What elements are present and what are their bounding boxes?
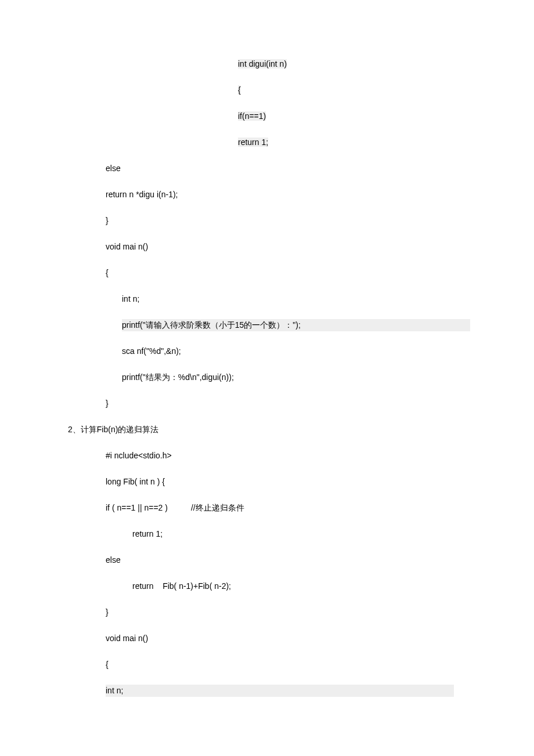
code-line: printf("请输入待求阶乘数（小于15的一个数）："); [0,319,534,331]
code-line: printf("结果为：%d\n",digui(n)); [0,371,534,384]
code-line: int digui(int n) [0,58,534,70]
code-line: } [0,397,534,410]
code-text: return Fib( n-1)+Fib( n-2); [132,581,231,591]
document-page: int digui(int n) { if(n==1) return 1; el… [0,0,534,756]
code-text: else [106,555,121,565]
code-line: return n *digu i(n-1); [0,189,534,201]
code-text: void mai n() [106,242,148,251]
code-comment: //终止递归条件 [191,503,244,512]
code-text: printf("请输入待求阶乘数（小于15的一个数）："); [122,319,470,331]
code-line: #i nclude<stdio.h> [0,450,534,462]
code-line: return 1; [0,136,534,149]
code-text: { [238,85,241,95]
code-line: } [0,215,534,227]
code-text: if ( n==1 || n==2 ) [106,503,168,512]
code-line: { [0,659,534,671]
code-line: if(n==1) [0,110,534,122]
code-line: void mai n() [0,241,534,253]
code-text: return 1; [238,138,268,147]
code-text: { [106,268,109,277]
code-line: int n; [0,293,534,305]
code-line: { [0,267,534,279]
code-text: int n; [122,294,139,303]
code-line: } [0,606,534,618]
code-text: return 1; [132,529,163,538]
code-line: long Fib( int n ) { [0,476,534,488]
code-line: else [0,554,534,566]
code-text: return n *digu i(n-1); [106,190,178,199]
code-text: sca nf("%d",&n); [122,346,181,356]
code-line: int n; [0,685,534,697]
section-heading: 2、计算Fib(n)的递归算法 [0,424,534,436]
code-line: return Fib( n-1)+Fib( n-2); [0,580,534,592]
code-line: return 1; [0,528,534,540]
code-text: int digui(int n) [238,59,287,68]
code-text: { [106,660,109,669]
code-text: void mai n() [106,634,148,643]
heading-text: 2、计算Fib(n)的递归算法 [68,425,158,434]
code-text: long Fib( int n ) { [106,477,165,486]
code-text: } [106,399,109,408]
code-text: if(n==1) [238,111,266,121]
code-text: else [106,164,121,173]
code-text: #i nclude<stdio.h> [106,451,172,460]
code-line: { [0,84,534,96]
code-line: sca nf("%d",&n); [0,345,534,357]
code-line: else [0,162,534,175]
code-text: int n; [106,685,454,697]
code-line: if ( n==1 || n==2 )//终止递归条件 [0,502,534,514]
code-text: printf("结果为：%d\n",digui(n)); [122,372,234,382]
code-text: } [106,607,109,617]
code-line: void mai n() [0,632,534,645]
code-text: } [106,216,109,225]
